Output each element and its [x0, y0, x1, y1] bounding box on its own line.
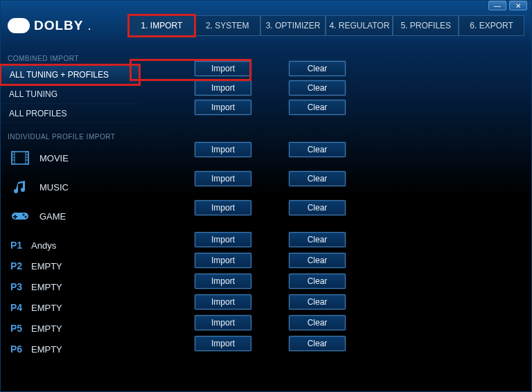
- sidebar-item-p4[interactable]: P4 EMPTY: [1, 297, 139, 318]
- clear-button[interactable]: Clear: [289, 100, 346, 115]
- sidebar-item-all-profiles[interactable]: ALL PROFILES: [1, 104, 139, 123]
- section-individual-label: INDIVIDUAL PROFILE IMPORT: [1, 129, 139, 143]
- row-music: Import Clear: [195, 164, 531, 193]
- tab-export[interactable]: 6. EXPORT: [459, 15, 524, 36]
- import-button[interactable]: Import: [195, 200, 251, 215]
- dolby-icon: [8, 18, 30, 33]
- slot-badge: P2: [10, 260, 24, 271]
- clear-button[interactable]: Clear: [289, 171, 346, 186]
- sidebar-item-label: GAME: [39, 211, 66, 222]
- minimize-button[interactable]: —: [488, 1, 506, 10]
- sidebar-item-p6[interactable]: P6 EMPTY: [1, 339, 139, 359]
- brand-logo: DOLBY.: [8, 18, 129, 33]
- sidebar-item-all-tuning-profiles[interactable]: ALL TUNING + PROFILES: [1, 65, 139, 84]
- import-button[interactable]: Import: [195, 253, 251, 268]
- tab-regulator[interactable]: 4. REGULATOR: [326, 15, 393, 36]
- row-all-profiles: Import Clear: [195, 98, 531, 117]
- tab-import[interactable]: 1. IMPORT: [129, 15, 195, 36]
- slot-badge: P3: [10, 281, 24, 292]
- sidebar-item-p2[interactable]: P2 EMPTY: [1, 256, 139, 276]
- sidebar-item-movie[interactable]: MOVIE: [1, 143, 139, 172]
- row-all-tuning: Import Clear: [195, 78, 531, 98]
- row-p1: Import Clear: [195, 229, 531, 250]
- sidebar-item-music[interactable]: MUSIC: [1, 172, 139, 202]
- import-button[interactable]: Import: [195, 142, 251, 157]
- row-p6: Import Clear: [195, 333, 531, 354]
- sidebar: COMBINED IMPORT ALL TUNING + PROFILES AL…: [1, 41, 139, 392]
- import-button[interactable]: Import: [195, 294, 251, 310]
- sidebar-item-label: MUSIC: [39, 182, 69, 193]
- row-all-tuning-profiles: Import Clear: [195, 59, 531, 78]
- app-window: — ✕ DOLBY. 1. IMPORT 2. SYSTEM 3. OPTIMI…: [0, 0, 532, 392]
- sidebar-item-label: EMPTY: [31, 261, 62, 271]
- row-p5: Import Clear: [195, 312, 531, 333]
- film-icon: [10, 150, 30, 166]
- import-button[interactable]: Import: [195, 315, 251, 330]
- import-button[interactable]: Import: [195, 232, 251, 247]
- clear-button[interactable]: Clear: [289, 200, 346, 215]
- svg-point-12: [23, 214, 25, 216]
- row-p2: Import Clear: [195, 250, 531, 271]
- import-button[interactable]: Import: [195, 100, 251, 115]
- brand-text: DOLBY: [34, 18, 84, 33]
- sidebar-item-label: EMPTY: [31, 303, 62, 313]
- clear-button[interactable]: Clear: [289, 61, 346, 76]
- row-p4: Import Clear: [195, 292, 531, 312]
- svg-point-13: [25, 216, 27, 218]
- row-game: Import Clear: [195, 193, 531, 222]
- sidebar-item-label: EMPTY: [31, 282, 62, 292]
- row-movie: Import Clear: [195, 135, 531, 164]
- row-p3: Import Clear: [195, 271, 531, 292]
- import-button[interactable]: Import: [195, 61, 251, 76]
- clear-button[interactable]: Clear: [289, 315, 346, 330]
- sidebar-item-p3[interactable]: P3 EMPTY: [1, 276, 139, 297]
- section-combined-label: COMBINED IMPORT: [1, 51, 139, 65]
- slot-badge: P1: [10, 240, 24, 251]
- sidebar-item-label: EMPTY: [31, 323, 62, 334]
- titlebar: — ✕: [1, 1, 531, 10]
- svg-rect-11: [13, 216, 17, 217]
- clear-button[interactable]: Clear: [289, 294, 346, 310]
- clear-button[interactable]: Clear: [289, 336, 346, 351]
- sidebar-item-label: Andys: [31, 240, 56, 251]
- tab-profiles[interactable]: 5. PROFILES: [393, 15, 459, 36]
- import-button[interactable]: Import: [195, 274, 251, 289]
- slot-badge: P6: [10, 344, 24, 355]
- slot-badge: P4: [10, 302, 24, 313]
- tab-system[interactable]: 2. SYSTEM: [195, 15, 260, 36]
- main-tabs: 1. IMPORT 2. SYSTEM 3. OPTIMIZER 4. REGU…: [129, 15, 524, 36]
- content: COMBINED IMPORT ALL TUNING + PROFILES AL…: [1, 41, 531, 392]
- sidebar-item-label: MOVIE: [39, 153, 69, 163]
- sidebar-item-label: EMPTY: [31, 344, 62, 355]
- sidebar-item-p1[interactable]: P1 Andys: [1, 235, 139, 256]
- gamepad-icon: [10, 208, 30, 224]
- music-icon: [10, 179, 30, 195]
- tab-optimizer[interactable]: 3. OPTIMIZER: [260, 15, 326, 36]
- sidebar-item-all-tuning[interactable]: ALL TUNING: [1, 84, 139, 104]
- slot-badge: P5: [10, 323, 24, 334]
- close-button[interactable]: ✕: [509, 1, 527, 10]
- import-button[interactable]: Import: [195, 80, 251, 96]
- main-panel: Import Clear Import Clear Import Clear I…: [139, 41, 531, 392]
- header: DOLBY. 1. IMPORT 2. SYSTEM 3. OPTIMIZER …: [1, 10, 531, 41]
- sidebar-item-game[interactable]: GAME: [1, 202, 139, 231]
- clear-button[interactable]: Clear: [289, 253, 346, 268]
- clear-button[interactable]: Clear: [289, 80, 346, 96]
- clear-button[interactable]: Clear: [289, 232, 346, 247]
- sidebar-item-p5[interactable]: P5 EMPTY: [1, 318, 139, 339]
- import-button[interactable]: Import: [195, 336, 251, 351]
- clear-button[interactable]: Clear: [289, 142, 346, 157]
- clear-button[interactable]: Clear: [289, 274, 346, 289]
- import-button[interactable]: Import: [195, 171, 251, 186]
